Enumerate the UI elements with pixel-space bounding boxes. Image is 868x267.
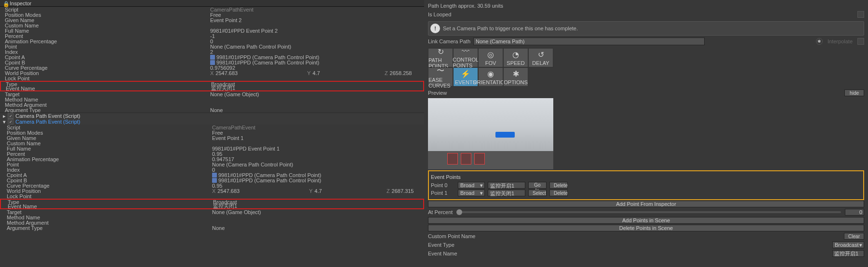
preview-viewport[interactable]: [428, 98, 553, 169]
control-points-icon: 〰: [462, 47, 469, 56]
preview-label: Preview: [428, 90, 447, 96]
mode-delay[interactable]: ↺DELAY: [528, 48, 553, 67]
is-looped-checkbox[interactable]: [857, 11, 864, 18]
event-points-header: Event Points: [431, 173, 861, 181]
delay-icon: ↺: [538, 50, 544, 59]
add-points-in-scene-button[interactable]: Add Points in Scene: [428, 217, 864, 224]
point-name-field[interactable]: 监控开启1: [488, 182, 525, 189]
event-points-box: Event Points Point 0 Broad 监控开启1 Go to D…: [428, 170, 864, 200]
point-mode-dropdown[interactable]: Broad: [458, 190, 485, 196]
link-label: Link Camera Path: [428, 38, 470, 44]
component-cpe-1[interactable]: ▸ Camera Path Event (Script): [0, 113, 424, 119]
value-world-pos: X2547.683 Y4.7 Z2658.258: [210, 70, 421, 76]
alert-icon: !: [430, 24, 440, 33]
add-point-from-inspector-button[interactable]: Add Point From Inspector: [428, 201, 864, 207]
event-type-label: Event Type: [428, 242, 454, 248]
pos-y[interactable]: 4.7: [313, 70, 320, 76]
pos-x[interactable]: 2547.683: [215, 70, 238, 76]
slider-thumb[interactable]: [456, 209, 462, 215]
axis-x: X: [212, 188, 215, 194]
axis-z: Z: [385, 70, 388, 76]
point-label: Point 1: [431, 190, 455, 196]
hide-button[interactable]: hide: [844, 89, 864, 96]
events-icon: ⚡: [461, 69, 470, 78]
point-name-field[interactable]: 监控关闭1: [488, 190, 525, 196]
mode-toolbar: ↻PATH POINTS 〰CONTROL POINTS ◎FOV ◔SPEED…: [428, 48, 554, 87]
orientation-icon: ◉: [487, 69, 494, 78]
gameobject-icon: [212, 173, 217, 178]
event-name-label: Event Name: [428, 251, 457, 256]
value-given-name[interactable]: Event Point 1: [212, 135, 421, 141]
mode-fov[interactable]: ◎FOV: [478, 48, 503, 67]
component-cpe-2[interactable]: ▾ Camera Path Event (Script): [0, 119, 424, 125]
at-percent-label: At Percent: [428, 209, 453, 215]
label-event-name: Event Name: [6, 203, 213, 209]
component-name: Camera Path Event (Script): [15, 119, 80, 125]
delete-points-in-scene-button[interactable]: Delete Points in Scene: [428, 225, 864, 231]
event-name-field[interactable]: 监控开启1: [832, 250, 864, 257]
enable-checkbox[interactable]: [8, 119, 13, 125]
mode-control-points[interactable]: 〰CONTROL POINTS: [453, 48, 478, 67]
is-looped-label: Is Looped: [428, 12, 857, 17]
label-lock-point: Lock Point: [5, 193, 212, 199]
info-banner: ! Set a Camera Path to trigger once this…: [428, 21, 864, 36]
path-length-label: Path Length approx. 30.59 units: [428, 3, 503, 9]
percent-slider[interactable]: [456, 211, 841, 213]
label-lock-point: Lock Point: [3, 76, 210, 81]
label-arg-type: Argument Type: [3, 107, 210, 113]
path-marker: [495, 132, 515, 138]
label-arg-type: Argument Type: [5, 225, 212, 231]
event-point-row-0: Point 0 Broad 监控开启1 Go to Delete: [431, 182, 861, 189]
inspector-tab[interactable]: 🔒 Inspector: [0, 0, 424, 7]
delete-button[interactable]: Delete: [549, 182, 568, 189]
lock-icon: 🔒: [3, 1, 8, 6]
mode-path-points[interactable]: ↻PATH POINTS: [428, 48, 453, 67]
interpolate-checkbox[interactable]: [857, 38, 864, 45]
value-world-pos: X2547.683 Y4.7 Z2687.315: [212, 188, 421, 194]
pos-z[interactable]: 2658.258: [390, 70, 412, 76]
inspector-panel: 🔒 Inspector ScriptCameraPathEvent Positi…: [0, 0, 424, 267]
custom-point-name-label: Custom Point Name: [428, 233, 475, 239]
component-name: Camera Path Event (Script): [15, 113, 80, 119]
delete-button[interactable]: Delete: [549, 190, 568, 196]
percent-value-field[interactable]: 0: [845, 209, 864, 216]
pos-x[interactable]: 2547.683: [217, 188, 240, 194]
event-point-row-1: Point 1 Broad 监控关闭1 Select Delete: [431, 190, 861, 196]
value-target[interactable]: None (Game Object): [210, 91, 421, 97]
camera-path-panel: Path Length approx. 30.59 units Is Loope…: [424, 0, 868, 267]
pos-z[interactable]: 2687.315: [392, 188, 414, 194]
axis-y: Y: [307, 70, 310, 76]
mode-speed[interactable]: ◔SPEED: [503, 48, 528, 67]
select-button[interactable]: Select: [528, 190, 547, 196]
pos-y[interactable]: 4.7: [315, 188, 322, 194]
goto-button[interactable]: Go to: [528, 182, 547, 189]
mode-ease-curves[interactable]: 〜EASE CURVES: [428, 67, 453, 87]
clear-button[interactable]: Clear: [844, 233, 864, 240]
enable-checkbox[interactable]: [8, 113, 13, 119]
gear-icon[interactable]: ✱: [816, 38, 823, 45]
fov-icon: ◎: [487, 50, 494, 59]
axis-y: Y: [309, 188, 312, 194]
point-label: Point 0: [431, 182, 455, 188]
link-object-field[interactable]: None (Camera Path): [473, 38, 705, 45]
options-icon: ✱: [513, 69, 519, 78]
value-target[interactable]: None (Game Object): [212, 209, 421, 215]
inspector-tab-label: Inspector: [10, 0, 31, 6]
value-given-name[interactable]: Event Point 2: [210, 17, 421, 23]
axis-z: Z: [387, 188, 390, 194]
mode-options[interactable]: ✱OPTIONS: [503, 67, 528, 87]
banner-text: Set a Camera Path to trigger once this o…: [443, 25, 578, 31]
path-points-icon: ↻: [438, 47, 444, 56]
value-arg-type[interactable]: None: [212, 225, 421, 231]
gameobject-icon: [210, 55, 215, 60]
speed-icon: ◔: [512, 50, 519, 59]
ease-icon: 〜: [437, 66, 444, 76]
mode-orientation[interactable]: ◉ORIENTATION: [478, 67, 503, 87]
axis-x: X: [210, 70, 214, 76]
value-arg-type[interactable]: None: [210, 107, 421, 113]
event-type-dropdown[interactable]: Broadcast: [832, 242, 864, 248]
label-event-name: Event Name: [4, 86, 211, 91]
interpolate-label: Interpolate: [828, 38, 853, 44]
point-mode-dropdown[interactable]: Broad: [458, 182, 485, 189]
gameobject-icon: [212, 178, 217, 183]
